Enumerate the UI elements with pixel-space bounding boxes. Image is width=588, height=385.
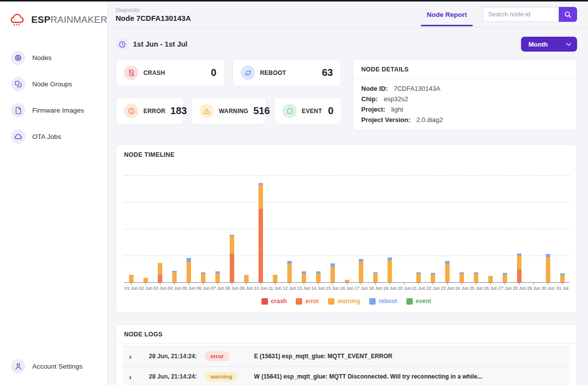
axis-tick (304, 282, 304, 285)
bar-segment-warning (302, 273, 306, 282)
stacked-bar[interactable] (431, 273, 435, 282)
detail-label: Chip: (361, 95, 378, 103)
chart-column: 01 Jul (555, 171, 570, 291)
log-level-badge: warning (204, 372, 238, 382)
search-button[interactable] (559, 7, 577, 22)
chevron-right-icon[interactable]: › (129, 352, 149, 361)
chevron-right-icon[interactable]: › (129, 373, 149, 381)
stacked-bar[interactable] (388, 257, 392, 282)
log-message: W (15641) esp_mqtt_glue: MQTT Disconnect… (254, 373, 570, 380)
stacked-bar[interactable] (129, 275, 133, 282)
stacked-bar[interactable] (474, 272, 478, 282)
axis-tick (404, 282, 404, 285)
stacked-bar[interactable] (316, 271, 321, 282)
header-titles: Diagnostic Node 7CDFA130143A (116, 7, 191, 22)
axis-tick (476, 282, 476, 285)
stat-value: 0 (211, 67, 216, 78)
bar-segment-warning (388, 260, 392, 282)
sidebar-item-node-groups[interactable]: Node Groups (0, 72, 107, 96)
legend-label: reboot (379, 298, 397, 305)
axis-tick (189, 282, 189, 285)
crash-icon (124, 65, 138, 80)
axis-tick (418, 282, 419, 285)
stacked-bar[interactable] (373, 272, 378, 282)
x-axis-label: 17 Jun (354, 286, 368, 291)
legend-item-warning[interactable]: warning (328, 298, 360, 305)
stacked-bar[interactable] (503, 273, 507, 282)
bar-segment-warning (244, 275, 249, 282)
axis-tick (275, 282, 275, 285)
chart-column: 20 Jun (397, 171, 411, 291)
stat-value: 183 (170, 105, 187, 117)
stat-cards: CRASH 0 REBOOT 63 (116, 59, 342, 130)
stacked-bar[interactable] (330, 263, 335, 282)
firmware-file-icon (11, 103, 25, 118)
bar-segment-error (230, 254, 234, 282)
detail-value: 2.0.diag2 (416, 116, 443, 124)
page-title: Node 7CDFA130143A (116, 14, 191, 22)
stacked-bar[interactable] (287, 261, 292, 282)
stacked-bar[interactable] (488, 276, 493, 283)
stat-label: WARNING (219, 108, 248, 115)
stacked-bar[interactable] (158, 263, 162, 282)
stat-card-event: EVENT 0 (274, 97, 342, 125)
x-axis-label: 16 Jun (340, 286, 354, 291)
date-range: 1st Jun - 1st Jul (116, 38, 188, 51)
axis-tick (361, 282, 361, 285)
legend-item-crash[interactable]: crash (261, 298, 287, 305)
period-select-button[interactable]: Month (521, 37, 577, 52)
sidebar: ESPRAINMAKER Nodes Node Groups (0, 1, 108, 385)
stacked-bar[interactable] (459, 272, 464, 282)
node-logs-title: NODE LOGS (116, 324, 577, 344)
stacked-bar[interactable] (560, 273, 565, 282)
stacked-bar[interactable] (187, 258, 191, 282)
bar-segment-warning (129, 275, 133, 282)
legend-swatch (261, 298, 268, 305)
legend-label: crash (271, 298, 287, 305)
stacked-bar[interactable] (143, 278, 148, 282)
stacked-bar[interactable] (244, 275, 249, 282)
stacked-bar[interactable] (445, 261, 450, 282)
stat-label: REBOOT (260, 69, 286, 76)
bar-segment-warning (488, 276, 493, 283)
stacked-bar[interactable] (230, 235, 234, 282)
search-icon (564, 11, 572, 18)
bar-segment-warning (158, 263, 162, 275)
timeline-plot: 01 Jun02 Jun03 Jun04 Jun05 Jun06 Jun07 J… (124, 171, 570, 291)
detail-value: 7CDFA130143A (393, 85, 440, 92)
stacked-bar[interactable] (416, 272, 421, 282)
stacked-bar[interactable] (273, 275, 277, 282)
log-row[interactable]: ›28 Jun, 21:14:24:warningW (15641) esp_m… (123, 367, 570, 385)
legend-item-error[interactable]: error (296, 298, 319, 305)
chart-column: 21 Jun (411, 171, 426, 291)
stacked-bar[interactable] (215, 271, 220, 282)
sidebar-item-nodes[interactable]: Nodes (0, 46, 107, 69)
chevron-down-icon (566, 43, 571, 46)
stacked-bar[interactable] (172, 271, 177, 282)
chart-column: 03 Jun (153, 171, 167, 291)
stacked-bar[interactable] (359, 259, 363, 282)
bar-segment-warning (459, 273, 464, 282)
sidebar-item-ota-jobs[interactable]: OTA Jobs (0, 125, 107, 148)
chart-column: 15 Jun (326, 171, 340, 291)
tab-node-report[interactable]: Node Report (424, 3, 470, 26)
stacked-bar[interactable] (517, 254, 522, 282)
toolbar-row: 1st Jun - 1st Jul Month (116, 37, 577, 52)
detail-row-node-id: Node ID: 7CDFA130143A (361, 83, 569, 94)
stacked-bar[interactable] (201, 272, 205, 282)
search-input[interactable] (483, 7, 559, 22)
sidebar-item-firmware-images[interactable]: Firmware Images (0, 99, 107, 122)
axis-tick (461, 282, 462, 285)
stacked-bar[interactable] (546, 254, 550, 282)
stacked-bar[interactable] (302, 271, 306, 282)
sidebar-item-account-settings[interactable]: Account Settings (0, 355, 107, 378)
legend-item-reboot[interactable]: reboot (369, 298, 397, 305)
x-axis-label: 27 Jun (498, 286, 512, 291)
stat-label: CRASH (143, 69, 165, 76)
log-row[interactable]: ›28 Jun, 21:14:24:errorE (15631) esp_mqt… (123, 346, 570, 367)
node-details-panel: NODE DETAILS Node ID: 7CDFA130143A Chip:… (353, 59, 577, 130)
x-axis-label: 13 Jun (297, 286, 311, 291)
bar-segment-warning (215, 273, 220, 282)
legend-item-event[interactable]: event (406, 298, 431, 305)
stacked-bar[interactable] (259, 183, 263, 282)
